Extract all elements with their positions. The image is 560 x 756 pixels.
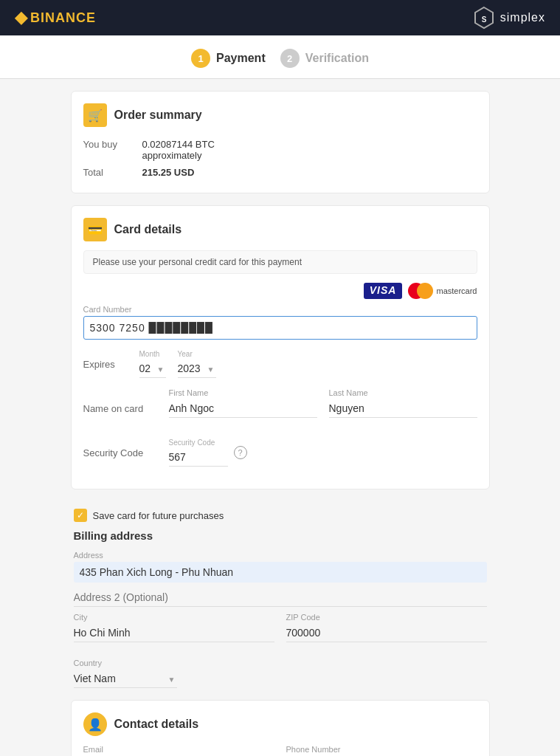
address-group: Address	[74, 551, 487, 583]
last-name-label: Last Name	[329, 388, 477, 397]
address-input[interactable]	[74, 562, 487, 583]
city-label: City	[74, 613, 274, 622]
city-input[interactable]	[74, 624, 274, 642]
last-name-input[interactable]	[329, 399, 477, 418]
city-zip-row: City ZIP Code	[74, 613, 487, 653]
security-code-group: Security Code Security Code ?	[83, 439, 477, 467]
step-2-verification[interactable]: 2 Verification	[280, 49, 369, 68]
address2-input[interactable]	[74, 588, 487, 607]
country-select[interactable]: Viet Nam	[74, 670, 177, 688]
zip-label: ZIP Code	[286, 613, 487, 622]
visa-logo: VISA	[364, 283, 403, 299]
step-2-circle: 2	[280, 49, 300, 68]
card-number-label: Card Number	[83, 305, 477, 314]
card-number-group: Card Number	[83, 305, 477, 340]
billing-title: Billing address	[74, 529, 487, 542]
month-label: Month	[139, 350, 166, 358]
step-2-label: Verification	[305, 52, 369, 65]
security-sub-label: Security Code	[169, 439, 228, 447]
email-label: Email	[83, 745, 274, 754]
you-buy-value: 0.02087144 BTC	[142, 139, 215, 150]
you-buy-label: You buy	[83, 139, 128, 161]
year-label: Year	[178, 350, 216, 358]
simplex-logo: S simplex	[472, 6, 545, 30]
first-name-input[interactable]	[169, 399, 317, 418]
card-details-section: 💳 Card details Please use your personal …	[71, 205, 490, 489]
expires-label: Expires	[83, 359, 128, 370]
card-details-title: Card details	[114, 223, 182, 236]
contact-details-title: Contact details	[114, 718, 199, 731]
step-1-circle: 1	[191, 49, 210, 68]
email-group: Email	[83, 745, 274, 756]
step-1-label: Payment	[216, 52, 266, 65]
save-billing-section: ✓ Save card for future purchases Billing…	[71, 501, 490, 688]
card-details-header: 💳 Card details	[83, 218, 477, 241]
year-select[interactable]: 2023	[178, 360, 216, 378]
order-summary-section: 🛒 Order summary You buy 0.02087144 BTC a…	[71, 91, 490, 193]
main-content: 🛒 Order summary You buy 0.02087144 BTC a…	[59, 79, 502, 756]
order-summary-title: Order summary	[114, 109, 202, 122]
address2-group	[74, 588, 487, 607]
country-group: Country Viet Nam ▼	[74, 659, 487, 688]
card-number-field-wrap	[83, 316, 477, 340]
credit-card-icon: 💳	[83, 218, 107, 241]
total-row: Total 215.25 USD	[83, 164, 477, 181]
name-on-card-group: Name on card First Name Last Name	[83, 388, 477, 428]
address-label: Address	[74, 551, 487, 560]
binance-label: BINANCE	[30, 10, 96, 26]
card-logos: VISA mastercard	[83, 283, 477, 299]
expires-group: Expires Month 02 ▼ Year 2023	[83, 350, 477, 378]
zip-group: ZIP Code	[286, 613, 487, 642]
security-code-input[interactable]	[169, 448, 228, 467]
zip-input[interactable]	[286, 624, 487, 642]
first-name-group: First Name	[169, 388, 317, 418]
security-help-icon[interactable]: ?	[234, 446, 247, 459]
card-notice: Please use your personal credit card for…	[83, 250, 477, 274]
card-number-input[interactable]	[83, 316, 477, 340]
person-icon: 👤	[83, 712, 107, 736]
simplex-label: simplex	[500, 11, 545, 24]
phone-label: Phone Number	[286, 745, 477, 754]
header: ◆ BINANCE S simplex	[0, 0, 560, 35]
step-1-payment[interactable]: 1 Payment	[191, 49, 266, 68]
progress-bar: 1 Payment 2 Verification	[0, 35, 560, 79]
total-value: 215.25 USD	[142, 167, 195, 178]
email-phone-row: Email Phone Number	[83, 745, 477, 756]
save-card-row: ✓ Save card for future purchases	[74, 501, 487, 522]
city-group: City	[74, 613, 274, 642]
month-group: Month 02 ▼	[139, 350, 166, 378]
month-select[interactable]: 02	[139, 360, 166, 378]
first-name-label: First Name	[169, 388, 317, 397]
year-group: Year 2023 ▼	[178, 350, 216, 378]
you-buy-row: You buy 0.02087144 BTC approximately	[83, 136, 477, 164]
binance-logo: ◆ BINANCE	[15, 8, 96, 27]
total-label: Total	[83, 167, 128, 178]
simplex-hex-icon: S	[472, 6, 496, 30]
mastercard-logo: mastercard	[408, 283, 477, 299]
name-label: Name on card	[83, 388, 157, 428]
svg-text:S: S	[481, 16, 486, 24]
you-buy-value-wrap: 0.02087144 BTC approximately	[142, 139, 215, 161]
country-label: Country	[74, 659, 487, 667]
save-card-label: Save card for future purchases	[93, 510, 224, 521]
approx-label: approximately	[142, 150, 215, 161]
security-code-sub-group: Security Code	[169, 439, 228, 467]
save-card-checkbox[interactable]: ✓	[74, 509, 87, 522]
order-summary-header: 🛒 Order summary	[83, 103, 477, 127]
security-code-label: Security Code	[83, 447, 157, 458]
last-name-group: Last Name	[329, 388, 477, 418]
binance-diamond-icon: ◆	[15, 8, 27, 27]
phone-group: Phone Number	[286, 745, 477, 756]
contact-details-header: 👤 Contact details	[83, 712, 477, 736]
cart-icon: 🛒	[83, 103, 107, 127]
contact-details-section: 👤 Contact details Email Phone Number Dat…	[71, 700, 490, 756]
